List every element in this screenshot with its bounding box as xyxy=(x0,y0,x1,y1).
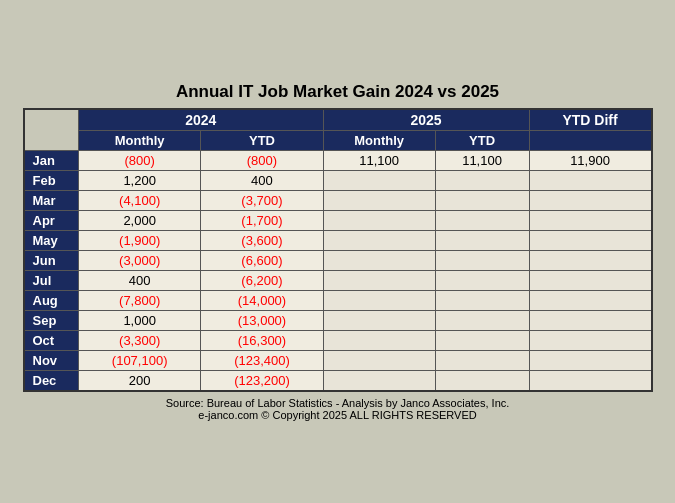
ytd-2025 xyxy=(435,331,529,351)
table-row: Mar(4,100)(3,700) xyxy=(24,191,652,211)
ytd-diff xyxy=(529,191,651,211)
corner-empty xyxy=(24,109,79,131)
monthly-2025 xyxy=(323,291,435,311)
ytd-2025 xyxy=(435,171,529,191)
ytd-2024: (3,700) xyxy=(201,191,323,211)
monthly-2025 xyxy=(323,251,435,271)
monthly-2025 xyxy=(323,371,435,392)
year-2025-header: 2025 xyxy=(323,109,529,131)
monthly-2024: 2,000 xyxy=(79,211,201,231)
monthly-2024: (3,300) xyxy=(79,331,201,351)
monthly-2025 xyxy=(323,311,435,331)
month-label: Mar xyxy=(24,191,79,211)
ytd-2024-header: YTD xyxy=(201,131,323,151)
monthly-2024: 1,000 xyxy=(79,311,201,331)
year-2024-header: 2024 xyxy=(79,109,324,131)
ytd-diff xyxy=(529,371,651,392)
monthly-2025 xyxy=(323,211,435,231)
monthly-2025 xyxy=(323,331,435,351)
ytd-diff xyxy=(529,251,651,271)
month-label: Sep xyxy=(24,311,79,331)
monthly-2024: (1,900) xyxy=(79,231,201,251)
table-row: Apr2,000(1,700) xyxy=(24,211,652,231)
monthly-2024: (4,100) xyxy=(79,191,201,211)
ytd-diff xyxy=(529,211,651,231)
monthly-2025 xyxy=(323,271,435,291)
table-row: Oct(3,300)(16,300) xyxy=(24,331,652,351)
monthly-2025-header: Monthly xyxy=(323,131,435,151)
monthly-2024: (800) xyxy=(79,151,201,171)
ytd-diff xyxy=(529,271,651,291)
month-label: Dec xyxy=(24,371,79,392)
ytd-2024: (800) xyxy=(201,151,323,171)
ytd-2025 xyxy=(435,191,529,211)
ytd-2024: (6,200) xyxy=(201,271,323,291)
ytd-2025 xyxy=(435,351,529,371)
monthly-2024-header: Monthly xyxy=(79,131,201,151)
ytd-2024: (6,600) xyxy=(201,251,323,271)
ytd-2025 xyxy=(435,311,529,331)
ytd-diff-subheader xyxy=(529,131,651,151)
ytd-2025 xyxy=(435,271,529,291)
chart-title: Annual IT Job Market Gain 2024 vs 2025 xyxy=(23,82,653,102)
table-row: Dec200(123,200) xyxy=(24,371,652,392)
ytd-diff-header: YTD Diff xyxy=(529,109,651,131)
month-label: Jan xyxy=(24,151,79,171)
month-label: Apr xyxy=(24,211,79,231)
ytd-2025-header: YTD xyxy=(435,131,529,151)
ytd-diff xyxy=(529,351,651,371)
monthly-2024: (7,800) xyxy=(79,291,201,311)
month-label: Jun xyxy=(24,251,79,271)
ytd-2025 xyxy=(435,291,529,311)
table-row: Jun(3,000)(6,600) xyxy=(24,251,652,271)
table-row: Feb1,200400 xyxy=(24,171,652,191)
ytd-diff xyxy=(529,291,651,311)
footer-line1: Source: Bureau of Labor Statistics - Ana… xyxy=(23,397,653,409)
ytd-2024: (123,200) xyxy=(201,371,323,392)
month-label: Aug xyxy=(24,291,79,311)
table-row: May(1,900)(3,600) xyxy=(24,231,652,251)
footer: Source: Bureau of Labor Statistics - Ana… xyxy=(23,397,653,421)
main-container: Annual IT Job Market Gain 2024 vs 2025 2… xyxy=(8,72,668,431)
ytd-2024: (14,000) xyxy=(201,291,323,311)
month-label: Nov xyxy=(24,351,79,371)
footer-line2: e-janco.com © Copyright 2025 ALL RIGHTS … xyxy=(23,409,653,421)
monthly-2024: 200 xyxy=(79,371,201,392)
ytd-diff: 11,900 xyxy=(529,151,651,171)
ytd-diff xyxy=(529,331,651,351)
monthly-2025 xyxy=(323,231,435,251)
ytd-2024: (3,600) xyxy=(201,231,323,251)
table-row: Jul400(6,200) xyxy=(24,271,652,291)
ytd-2025: 11,100 xyxy=(435,151,529,171)
month-label: Oct xyxy=(24,331,79,351)
header-row-cols: Monthly YTD Monthly YTD xyxy=(24,131,652,151)
monthly-2025 xyxy=(323,191,435,211)
ytd-diff xyxy=(529,171,651,191)
monthly-2025 xyxy=(323,171,435,191)
ytd-2024: (1,700) xyxy=(201,211,323,231)
monthly-2024: 400 xyxy=(79,271,201,291)
monthly-2025: 11,100 xyxy=(323,151,435,171)
ytd-2024: (16,300) xyxy=(201,331,323,351)
month-label: Jul xyxy=(24,271,79,291)
month-col-header xyxy=(24,131,79,151)
ytd-2025 xyxy=(435,211,529,231)
monthly-2025 xyxy=(323,351,435,371)
month-label: Feb xyxy=(24,171,79,191)
table-row: Jan(800)(800)11,10011,10011,900 xyxy=(24,151,652,171)
monthly-2024: (107,100) xyxy=(79,351,201,371)
monthly-2024: (3,000) xyxy=(79,251,201,271)
ytd-2024: (123,400) xyxy=(201,351,323,371)
ytd-2025 xyxy=(435,231,529,251)
table-row: Sep1,000(13,000) xyxy=(24,311,652,331)
month-label: May xyxy=(24,231,79,251)
ytd-diff xyxy=(529,231,651,251)
monthly-2024: 1,200 xyxy=(79,171,201,191)
data-table: 2024 2025 YTD Diff Monthly YTD Monthly Y… xyxy=(23,108,653,392)
ytd-2025 xyxy=(435,371,529,392)
table-row: Aug(7,800)(14,000) xyxy=(24,291,652,311)
table-row: Nov(107,100)(123,400) xyxy=(24,351,652,371)
ytd-2024: 400 xyxy=(201,171,323,191)
header-row-years: 2024 2025 YTD Diff xyxy=(24,109,652,131)
ytd-diff xyxy=(529,311,651,331)
